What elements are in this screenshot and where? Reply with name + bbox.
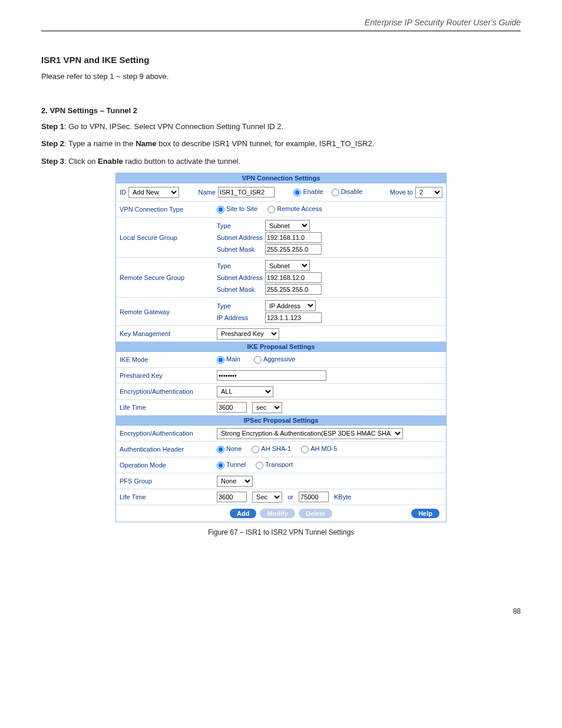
step-1: Step 1: Go to VPN, IPSec. Select VPN Con… [41, 121, 521, 133]
step-num: Step 3 [41, 157, 64, 166]
key-mgmt-select[interactable]: Preshared Key [217, 328, 279, 340]
local-subnet-mask-input[interactable] [265, 244, 322, 255]
remote-subnet-mask-input[interactable] [265, 284, 322, 295]
remote-gateway-row: Remote Gateway TypeIP Address IP Address [116, 298, 446, 326]
or-label: or [287, 493, 293, 500]
ike-life-label: Life Time [120, 404, 217, 411]
ah-sha1-radio[interactable] [252, 446, 259, 453]
ah-none-radio[interactable] [217, 446, 224, 453]
button-bar: Add Modify Delete Help [116, 505, 446, 522]
name-input[interactable] [218, 187, 275, 197]
ike-enc-label: Encryption/Authentication [120, 388, 217, 395]
local-type-select[interactable]: Subnet [265, 220, 310, 231]
add-button[interactable]: Add [230, 509, 256, 518]
name-label: Name [199, 189, 216, 196]
transport-radio-label[interactable]: Transport [256, 461, 293, 468]
auth-header-label: Authentication Header [120, 446, 217, 453]
key-mgmt-label: Key Management [120, 330, 217, 337]
id-select[interactable]: Add New [128, 187, 179, 198]
ike-enc-select[interactable]: ALL [217, 386, 273, 397]
pfs-select[interactable]: None [217, 476, 253, 487]
ike-aggressive-radio-label[interactable]: Aggressive [254, 355, 295, 363]
key-mgmt-row: Key Management Preshared Key [116, 326, 446, 342]
ah-none-radio-label[interactable]: None [217, 445, 242, 452]
remote-secure-group-label: Remote Secure Group [120, 274, 217, 281]
section-title: ISR1 VPN and IKE Setting [41, 55, 521, 65]
page-number: 88 [41, 607, 521, 615]
step-2: Step 2: Type a name in the Name box to d… [41, 138, 521, 150]
ike-mode-row: IKE Mode Main Aggressive [116, 352, 446, 368]
preshared-key-label: Preshared Key [120, 372, 217, 379]
help-button[interactable]: Help [411, 509, 439, 518]
ike-life-input[interactable] [217, 402, 247, 413]
op-mode-row: Operation Mode Tunnel Transport [116, 457, 446, 473]
op-mode-label: Operation Mode [120, 462, 217, 469]
preshared-key-input[interactable] [217, 370, 326, 381]
site-to-site-radio-label[interactable]: Site to Site [217, 205, 257, 212]
panel-header-ipsec: IPSec Proposal Settings [116, 416, 446, 426]
figure-caption: Figure 67 – ISR1 to ISR2 VPN Tunnel Sett… [41, 528, 521, 536]
header-rule [41, 31, 521, 31]
preshared-key-row: Preshared Key [116, 368, 446, 384]
ah-md5-radio-label[interactable]: AH MD-5 [301, 445, 337, 452]
remote-gateway-label: Remote Gateway [120, 308, 217, 315]
remote-access-radio-label[interactable]: Remote Access [267, 205, 322, 212]
ah-md5-radio[interactable] [301, 446, 309, 453]
tunnel-radio-label[interactable]: Tunnel [217, 461, 246, 468]
top-row: ID Add New Name Enable Disable Move to 2 [116, 183, 446, 202]
remote-type-select[interactable]: Subnet [265, 260, 310, 271]
doc-header: Enterprise IP Security Router User's Gui… [41, 18, 521, 27]
panel-header-ike: IKE Proposal Settings [116, 342, 446, 352]
site-to-site-radio[interactable] [217, 206, 224, 213]
ipsec-life-unit-select[interactable]: Sec [252, 492, 282, 503]
auth-header-row: Authentication Header None AH SHA-1 AH M… [116, 442, 446, 457]
ike-enc-row: Encryption/Authentication ALL [116, 384, 446, 400]
ike-main-radio-label[interactable]: Main [217, 355, 240, 363]
ike-life-unit-select[interactable]: sec [252, 402, 282, 413]
local-secure-group-row: Local Secure Group TypeSubnet Subnet Add… [116, 218, 446, 258]
gateway-type-select[interactable]: IP Address [265, 300, 316, 311]
ah-sha1-radio-label[interactable]: AH SHA-1 [252, 445, 291, 452]
gateway-ip-input[interactable] [265, 312, 322, 323]
intro-text: Please refer to step 1 ~ step 9 above. [41, 71, 521, 83]
ipsec-enc-row: Encryption/Authentication Strong Encrypt… [116, 426, 446, 442]
local-secure-group-label: Local Secure Group [120, 234, 217, 241]
vpn-settings-panel: VPN Connection Settings ID Add New Name … [115, 173, 447, 522]
remote-access-radio[interactable] [267, 206, 275, 213]
id-label: ID [120, 189, 126, 196]
ike-life-row: Life Time sec [116, 400, 446, 416]
step-num: Step 1 [41, 122, 64, 131]
vpn-conn-type-label: VPN Connection Type [120, 206, 217, 213]
ike-aggressive-radio[interactable] [254, 356, 262, 364]
delete-button[interactable]: Delete [299, 509, 332, 518]
remote-secure-group-row: Remote Secure Group TypeSubnet Subnet Ad… [116, 258, 446, 298]
ipsec-life-kbyte-input[interactable] [299, 492, 329, 502]
tunnel-radio[interactable] [217, 462, 224, 469]
disable-radio-label[interactable]: Disable [332, 188, 363, 196]
ipsec-life-row: Life Time Sec or KByte [116, 489, 446, 505]
modify-button[interactable]: Modify [260, 509, 295, 518]
ipsec-enc-select[interactable]: Strong Encryption & Authentication(ESP 3… [217, 428, 403, 439]
disable-radio[interactable] [332, 189, 339, 196]
moveto-select[interactable]: 2 [415, 187, 442, 198]
remote-subnet-addr-input[interactable] [265, 272, 322, 283]
panel-header-vpn: VPN Connection Settings [116, 173, 446, 183]
transport-radio[interactable] [256, 462, 263, 469]
pfs-row: PFS Group None [116, 473, 446, 489]
moveto-label: Move to [390, 189, 413, 196]
step-3: Step 3: Click on Enable radio button to … [41, 156, 521, 167]
kbyte-label: KByte [334, 493, 351, 500]
enable-radio[interactable] [293, 189, 301, 196]
ike-mode-label: IKE Mode [120, 356, 217, 363]
ike-main-radio[interactable] [217, 356, 224, 364]
ipsec-life-label: Life Time [120, 493, 217, 500]
enable-radio-label[interactable]: Enable [293, 188, 323, 196]
subsection-title: 2. VPN Settings – Tunnel 2 [41, 106, 521, 115]
local-subnet-addr-input[interactable] [265, 232, 322, 243]
pfs-label: PFS Group [120, 477, 217, 485]
ipsec-life-sec-input[interactable] [217, 492, 247, 502]
vpn-conn-type-row: VPN Connection Type Site to Site Remote … [116, 202, 446, 218]
ipsec-enc-label: Encryption/Authentication [120, 430, 217, 437]
step-num: Step 2 [41, 139, 64, 148]
